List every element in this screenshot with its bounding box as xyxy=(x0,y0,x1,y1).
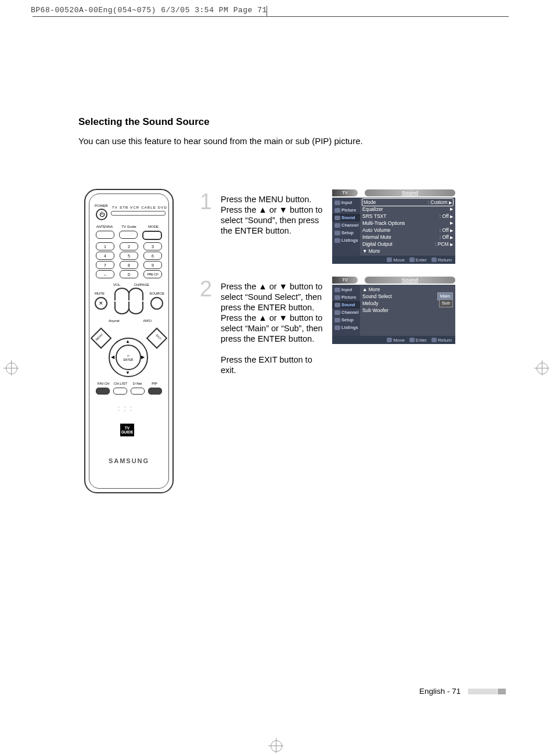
section-intro: You can use this feature to hear sound f… xyxy=(78,136,363,146)
num-0: 0 xyxy=(120,270,138,278)
enter-icon xyxy=(409,257,415,262)
sound-select-sub-option: Sub xyxy=(439,299,453,307)
registration-mark-right xyxy=(534,360,549,375)
tvguide-small-label: TV Guide xyxy=(120,225,138,228)
chevron-right-icon: ▶ xyxy=(450,242,453,246)
osd-main-2: ▲ More Sound SelectMain MelodySub Sub Wo… xyxy=(360,285,455,336)
chevron-right-icon: ▶ xyxy=(450,228,453,232)
osd-footer: Move Enter Return xyxy=(332,336,455,344)
osd-row-mto: Multi-Track Options▶ xyxy=(362,220,453,227)
osd-screenshot-1: TV Sound Input Picture Sound Channel Set… xyxy=(332,189,455,264)
osd-screenshot-2: TV Sound Input Picture Sound Channel Set… xyxy=(332,277,455,344)
enter-label: ENTER xyxy=(124,358,134,361)
left-arrow-icon: ◀ xyxy=(111,354,114,360)
down-arrow-icon: ▼ xyxy=(125,370,130,375)
osd-side-listings: Listings xyxy=(332,237,360,244)
return-icon xyxy=(431,257,437,262)
setup-icon xyxy=(334,318,340,323)
osd-side-picture: Picture xyxy=(332,293,360,301)
tvguide-logo: TV GUIDE xyxy=(120,424,134,436)
step-1-number: 1 xyxy=(200,189,212,214)
favch-button xyxy=(96,388,110,395)
step-2-number: 2 xyxy=(200,277,212,302)
move-icon xyxy=(387,257,392,262)
osd-footer: Move Enter Return xyxy=(332,256,455,264)
osd-side-picture: Picture xyxy=(332,206,360,214)
up-arrow-icon: ▲ xyxy=(125,339,130,344)
chlist-button xyxy=(113,388,127,395)
dnet-button xyxy=(131,388,145,395)
chevron-right-icon: ▶ xyxy=(449,200,452,205)
channel-icon xyxy=(334,310,340,315)
step-1: 1 Press the MENU button. Press the ▲ or … xyxy=(201,194,329,236)
mode-button-label: MODE xyxy=(145,225,162,228)
osd-row-more: ▼ More xyxy=(362,248,453,255)
sound-icon xyxy=(334,303,340,307)
header-fold-mark xyxy=(267,6,267,16)
section-title: Selecting the Sound Source xyxy=(78,116,210,128)
osd-tv-label: TV xyxy=(332,277,358,284)
enter-icon xyxy=(409,338,415,342)
num-5: 5 xyxy=(120,252,138,260)
osd-title: Sound xyxy=(365,189,455,196)
ch-up-button xyxy=(128,288,143,300)
num-3: 3 xyxy=(143,242,162,250)
osd-title: Sound xyxy=(365,277,455,284)
step-1-text: Press the MENU button. Press the ▲ or ▼ … xyxy=(221,194,329,236)
osd-sidebar: Input Picture Sound Channel Setup Listin… xyxy=(332,285,360,336)
chevron-right-icon: ▶ xyxy=(450,235,453,239)
registration-mark-bottom xyxy=(268,738,283,753)
page-number: English - 71 xyxy=(419,687,461,696)
osd-row-srs: SRS TSXT: Off ▶ xyxy=(362,213,453,220)
picture-icon xyxy=(334,295,340,300)
input-icon xyxy=(334,288,340,292)
print-header: BP68-00520A-00Eng(054~075) 6/3/05 3:54 P… xyxy=(31,6,267,15)
favch-label: FAV.CH xyxy=(96,382,111,385)
page-bar-dark xyxy=(498,689,506,694)
page-bar-light xyxy=(468,689,497,694)
brand-label: SAMSUNG xyxy=(85,457,172,464)
power-label: POWER xyxy=(95,204,108,207)
right-arrow-icon: ▶ xyxy=(141,354,145,360)
picture-icon xyxy=(334,208,340,213)
mute-button-icon: ✕ xyxy=(95,297,107,310)
info-label: INFO xyxy=(143,319,152,323)
num-4: 4 xyxy=(96,252,114,260)
num-8: 8 xyxy=(120,261,138,269)
num-1: 1 xyxy=(96,242,114,250)
tvguide-button xyxy=(119,231,138,239)
decor-dots: ○ ○ ○○ ○ ○ xyxy=(118,405,134,412)
antenna-button xyxy=(96,231,114,239)
ch-down-button xyxy=(128,302,143,314)
osd-side-input: Input xyxy=(332,199,360,206)
vol-down-button xyxy=(114,302,129,314)
num-6: 6 xyxy=(143,252,162,260)
num-2: 2 xyxy=(120,242,138,250)
mute-label: MUTE xyxy=(95,292,105,295)
chevron-right-icon: ▶ xyxy=(450,214,453,218)
step-2-text: Press the ▲ or ▼ button to select “Sound… xyxy=(221,281,329,375)
osd-row-av: Auto Volume: Off ▶ xyxy=(362,227,453,234)
osd-side-listings: Listings xyxy=(332,324,360,331)
enter-icon: ↩ xyxy=(127,354,129,357)
listings-icon xyxy=(334,325,340,330)
chlist-label: CH.LIST xyxy=(113,382,128,385)
osd-row-melody: MelodySub xyxy=(362,300,453,307)
num-7: 7 xyxy=(96,261,114,269)
osd-side-setup: Setup xyxy=(332,316,360,324)
osd-side-sound: Sound xyxy=(332,301,360,309)
osd-row-do: Digital Output: PCM ▶ xyxy=(362,241,453,248)
listings-icon xyxy=(334,238,340,243)
num-dash: – xyxy=(96,270,114,278)
return-icon xyxy=(431,338,437,342)
chevron-right-icon: ▶ xyxy=(450,220,453,227)
chevron-right-icon: ▶ xyxy=(450,206,453,213)
osd-tv-label: TV xyxy=(332,189,358,196)
header-rule xyxy=(33,16,509,17)
pip-button xyxy=(148,388,162,395)
source-label: SOURCE xyxy=(149,292,164,295)
osd-sidebar: Input Picture Sound Channel Setup Listin… xyxy=(332,198,360,256)
input-icon xyxy=(334,200,340,205)
osd-side-setup: Setup xyxy=(332,229,360,237)
dnet-label: D-Net xyxy=(130,382,145,385)
